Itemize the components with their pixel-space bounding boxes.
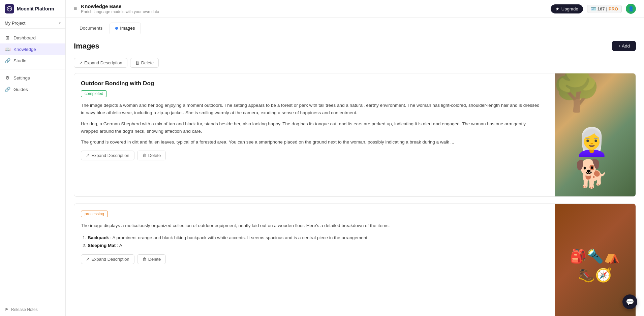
list-item-1: Backpack : A prominent orange and black … bbox=[88, 234, 541, 242]
image-item-1-status: completed bbox=[81, 90, 107, 97]
grid-icon: ⊞ bbox=[5, 35, 10, 40]
image-item-2-actions: ↗ Expand Description 🗑 Delete bbox=[81, 254, 541, 264]
app-name: Moonlit Platform bbox=[17, 6, 54, 11]
delete-icon-1: 🗑 bbox=[142, 153, 147, 158]
top-header: ≡ Knowledge Base Enrich language models … bbox=[66, 0, 644, 18]
release-notes-label: Release Notes bbox=[11, 307, 38, 312]
gear-icon: ⚙ bbox=[5, 75, 10, 81]
header-right: ★ Upgrade 🪪 167 | PRO 👤 bbox=[551, 4, 636, 14]
header-title-block: Knowledge Base Enrich language models wi… bbox=[81, 3, 159, 14]
upgrade-label: Upgrade bbox=[561, 6, 578, 11]
list-item-2-label: Sleeping Mat bbox=[88, 243, 116, 248]
nav-label-guides: Guides bbox=[13, 87, 28, 92]
image-item-1-description: The image depicts a woman and her dog en… bbox=[81, 102, 541, 146]
sidebar-item-guides[interactable]: 🔗 Guides bbox=[0, 84, 65, 95]
add-label: + Add bbox=[618, 43, 630, 49]
image-item-1: Outdoor Bonding with Dog completed The i… bbox=[74, 73, 636, 197]
sidebar-item-knowledge[interactable]: 📖 Knowledge bbox=[0, 43, 65, 55]
description2-p1: The image displays a meticulously organi… bbox=[81, 222, 541, 229]
menu-icon[interactable]: ≡ bbox=[74, 6, 77, 12]
expand-icon: ↗ bbox=[79, 60, 83, 65]
content-area: Documents Images Images + Add ↗ Expand D… bbox=[66, 18, 644, 316]
credits-badge: 🪪 167 | PRO bbox=[587, 5, 622, 13]
guides-icon: 🔗 bbox=[5, 87, 10, 92]
chevron-down-icon: ▾ bbox=[59, 21, 61, 25]
top-delete-label: Delete bbox=[141, 60, 154, 65]
image-item-2: processing The image displays a meticulo… bbox=[74, 203, 636, 316]
image-item-1-actions: ↗ Expand Description 🗑 Delete bbox=[81, 151, 541, 160]
avatar-icon: 👤 bbox=[628, 6, 634, 11]
chat-bubble-button[interactable]: 💬 bbox=[622, 294, 637, 309]
image-item-1-content: Outdoor Bonding with Dog completed The i… bbox=[74, 73, 548, 196]
flag-icon: ⚑ bbox=[5, 307, 8, 312]
list-item-2: Sleeping Mat : A bbox=[88, 242, 541, 250]
image-item-2-description: The image displays a meticulously organi… bbox=[81, 222, 541, 229]
user-avatar[interactable]: 👤 bbox=[626, 4, 636, 14]
item1-delete-button[interactable]: 🗑 Delete bbox=[137, 151, 166, 160]
card-icon: 🪪 bbox=[591, 6, 596, 11]
dog-image-placeholder bbox=[555, 73, 636, 196]
tab-images-label: Images bbox=[120, 26, 135, 31]
item1-delete-label: Delete bbox=[148, 153, 161, 158]
release-notes[interactable]: ⚑ Release Notes bbox=[0, 303, 65, 316]
tab-images-dot bbox=[115, 27, 118, 30]
item2-expand-label: Expand Description bbox=[91, 257, 129, 262]
credits-separator: | bbox=[606, 6, 607, 11]
nav-label-studio: Studio bbox=[13, 58, 26, 63]
tabs-bar: Documents Images bbox=[66, 18, 644, 34]
header-left: ≡ Knowledge Base Enrich language models … bbox=[74, 3, 159, 14]
sidebar-item-studio[interactable]: 🔗 Studio bbox=[0, 55, 65, 66]
studio-icon: 🔗 bbox=[5, 58, 10, 63]
page-title: Knowledge Base bbox=[81, 3, 159, 9]
item2-delete-label: Delete bbox=[148, 257, 161, 262]
svg-point-0 bbox=[7, 6, 12, 11]
item2-expand-button[interactable]: ↗ Expand Description bbox=[81, 254, 134, 264]
image-item-1-title: Outdoor Bonding with Dog bbox=[81, 80, 541, 87]
tab-documents[interactable]: Documents bbox=[74, 23, 108, 34]
book-icon: 📖 bbox=[5, 46, 10, 52]
tab-images[interactable]: Images bbox=[110, 23, 141, 34]
main-area: ≡ Knowledge Base Enrich language models … bbox=[66, 0, 644, 316]
images-section: Images + Add ↗ Expand Description 🗑 Dele… bbox=[66, 34, 644, 316]
tab-documents-label: Documents bbox=[80, 26, 102, 31]
item2-delete-button[interactable]: 🗑 Delete bbox=[137, 254, 166, 264]
images-title: Images bbox=[74, 42, 99, 51]
top-actions-bar: ↗ Expand Description 🗑 Delete bbox=[74, 58, 636, 68]
nav-label-dashboard: Dashboard bbox=[13, 35, 36, 40]
delete-icon-2: 🗑 bbox=[142, 257, 147, 262]
nav-label-knowledge: Knowledge bbox=[13, 47, 36, 52]
sidebar-nav: ⊞ Dashboard 📖 Knowledge 🔗 Studio ⚙ Setti… bbox=[0, 29, 65, 303]
nav-label-settings: Settings bbox=[13, 75, 30, 81]
list-item-1-label: Backpack bbox=[88, 235, 109, 240]
expand-icon-1: ↗ bbox=[86, 153, 90, 158]
chat-icon: 💬 bbox=[626, 298, 634, 306]
image-item-1-thumbnail bbox=[555, 73, 636, 196]
add-image-button[interactable]: + Add bbox=[612, 41, 636, 51]
images-header: Images + Add bbox=[74, 41, 636, 51]
image-item-2-list: Backpack : A prominent orange and black … bbox=[81, 234, 541, 250]
top-delete-button[interactable]: 🗑 Delete bbox=[130, 58, 159, 68]
star-icon: ★ bbox=[555, 6, 559, 11]
item1-expand-button[interactable]: ↗ Expand Description bbox=[81, 151, 134, 160]
credits-count: 167 bbox=[597, 6, 605, 11]
sidebar: Moonlit Platform My Project ▾ ⊞ Dashboar… bbox=[0, 0, 66, 316]
description-p3: The ground is covered in dirt and fallen… bbox=[81, 138, 541, 146]
sidebar-item-dashboard[interactable]: ⊞ Dashboard bbox=[0, 32, 65, 43]
top-expand-label: Expand Description bbox=[84, 60, 122, 65]
pro-badge: PRO bbox=[609, 6, 618, 11]
top-expand-button[interactable]: ↗ Expand Description bbox=[74, 58, 127, 68]
list-item-2-text: : A bbox=[117, 243, 122, 248]
image-item-2-status: processing bbox=[81, 211, 108, 217]
description-p1: The image depicts a woman and her dog en… bbox=[81, 102, 541, 117]
item1-expand-label: Expand Description bbox=[91, 153, 129, 158]
project-selector[interactable]: My Project ▾ bbox=[0, 18, 65, 29]
upgrade-button[interactable]: ★ Upgrade bbox=[551, 4, 583, 13]
image-item-2-content: processing The image displays a meticulo… bbox=[74, 204, 548, 316]
page-subtitle: Enrich language models with your own dat… bbox=[81, 9, 159, 14]
sidebar-item-settings[interactable]: ⚙ Settings bbox=[0, 72, 65, 84]
sidebar-logo: Moonlit Platform bbox=[0, 0, 65, 18]
expand-icon-2: ↗ bbox=[86, 257, 90, 262]
project-name: My Project bbox=[5, 21, 25, 26]
list-item-1-text: : A prominent orange and black hiking ba… bbox=[110, 235, 369, 240]
app-logo-icon bbox=[5, 4, 14, 13]
